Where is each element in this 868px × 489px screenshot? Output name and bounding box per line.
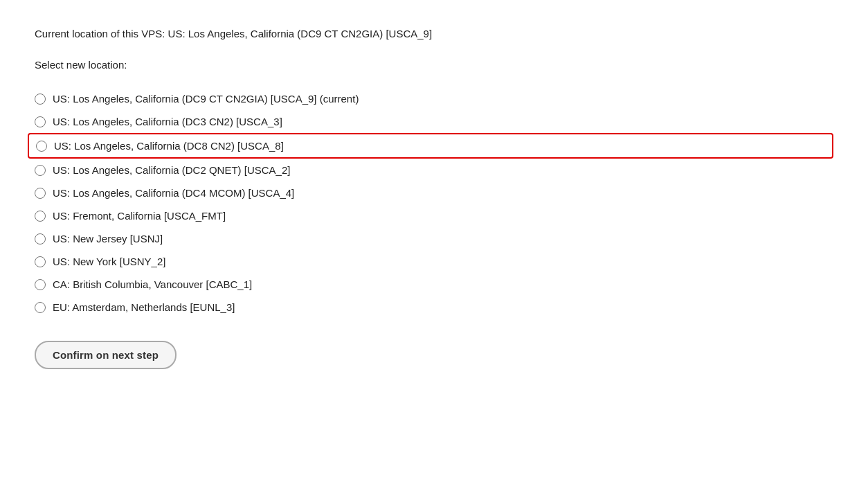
- location-radio-usca8[interactable]: [36, 141, 47, 152]
- location-radio-eunl3[interactable]: [35, 302, 46, 313]
- location-label-eunl3: EU: Amsterdam, Netherlands [EUNL_3]: [53, 301, 235, 313]
- current-location-text: Current location of this VPS: US: Los An…: [35, 28, 833, 39]
- location-radio-usny2[interactable]: [35, 256, 46, 267]
- location-radio-usca9[interactable]: [35, 94, 46, 105]
- location-radio-usca4[interactable]: [35, 188, 46, 199]
- location-label-usca9: US: Los Angeles, California (DC9 CT CN2G…: [53, 93, 359, 105]
- location-item: US: New York [USNY_2]: [35, 250, 833, 273]
- location-item: US: Los Angeles, California (DC4 MCOM) […: [35, 181, 833, 204]
- location-item: US: Los Angeles, California (DC9 CT CN2G…: [35, 87, 833, 110]
- location-radio-usca3[interactable]: [35, 116, 46, 127]
- location-label-usnj: US: New Jersey [USNJ]: [53, 233, 163, 244]
- location-label-usny2: US: New York [USNY_2]: [53, 256, 165, 267]
- location-item: CA: British Columbia, Vancouver [CABC_1]: [35, 273, 833, 296]
- location-item: US: Fremont, California [USCA_FMT]: [35, 204, 833, 227]
- location-label-usca3: US: Los Angeles, California (DC3 CN2) [U…: [53, 116, 282, 127]
- location-item: US: Los Angeles, California (DC8 CN2) [U…: [28, 133, 833, 159]
- location-item: US: New Jersey [USNJ]: [35, 227, 833, 250]
- confirm-next-step-button[interactable]: Confirm on next step: [35, 341, 177, 369]
- location-radio-usca2[interactable]: [35, 165, 46, 176]
- page-container: Current location of this VPS: US: Los An…: [0, 0, 868, 397]
- location-radio-usnj[interactable]: [35, 233, 46, 244]
- select-location-label: Select new location:: [35, 59, 833, 71]
- location-item: US: Los Angeles, California (DC3 CN2) [U…: [35, 110, 833, 133]
- location-label-uscafmt: US: Fremont, California [USCA_FMT]: [53, 210, 226, 222]
- location-label-usca4: US: Los Angeles, California (DC4 MCOM) […: [53, 187, 294, 199]
- location-radio-uscafmt[interactable]: [35, 211, 46, 222]
- location-label-usca8: US: Los Angeles, California (DC8 CN2) [U…: [54, 140, 284, 152]
- location-label-cabc1: CA: British Columbia, Vancouver [CABC_1]: [53, 278, 252, 290]
- location-radio-cabc1[interactable]: [35, 279, 46, 290]
- location-item: EU: Amsterdam, Netherlands [EUNL_3]: [35, 296, 833, 319]
- location-label-usca2: US: Los Angeles, California (DC2 QNET) […: [53, 164, 290, 176]
- location-list: US: Los Angeles, California (DC9 CT CN2G…: [35, 87, 833, 319]
- location-item: US: Los Angeles, California (DC2 QNET) […: [35, 159, 833, 181]
